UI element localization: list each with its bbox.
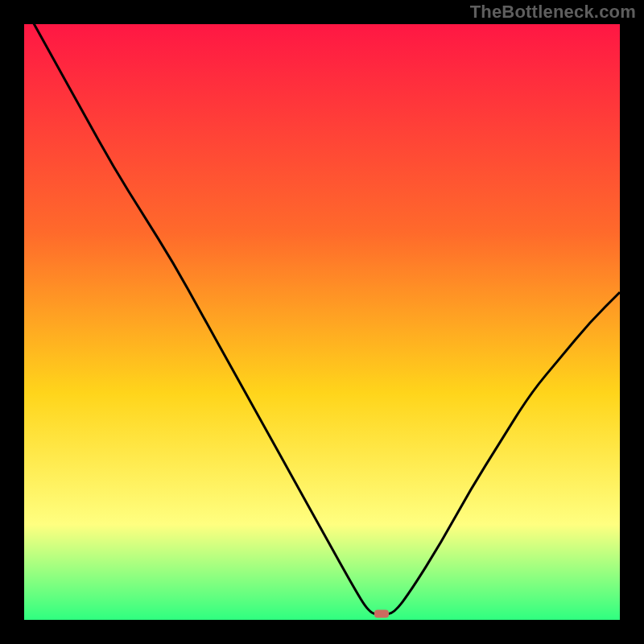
optimal-marker	[374, 610, 389, 618]
chart-frame: TheBottleneck.com	[0, 0, 644, 644]
attribution-text: TheBottleneck.com	[470, 2, 636, 23]
bottleneck-chart	[0, 0, 644, 644]
